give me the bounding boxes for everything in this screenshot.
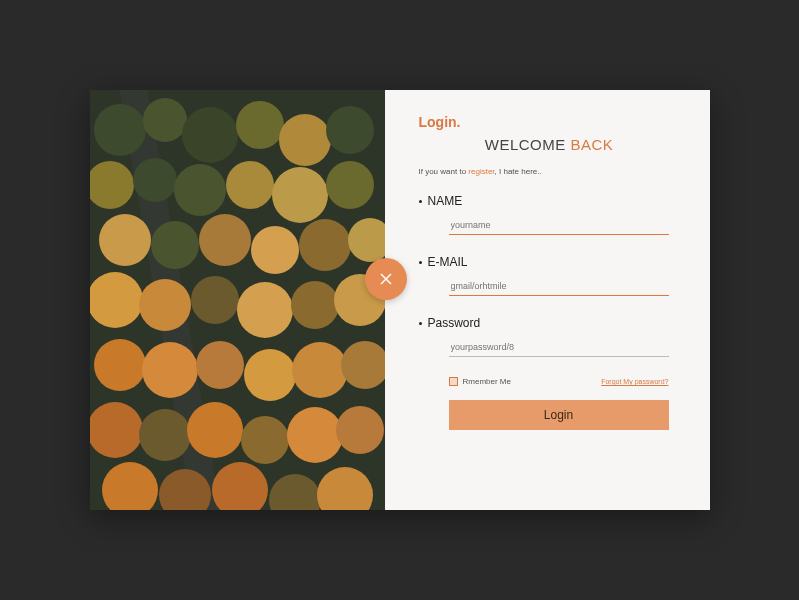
register-hint: If you want to register, I hate here..	[419, 167, 680, 176]
svg-point-36	[336, 406, 384, 454]
svg-point-1	[94, 104, 146, 156]
svg-point-15	[199, 214, 251, 266]
email-input[interactable]	[449, 277, 669, 296]
svg-point-5	[279, 114, 331, 166]
svg-point-35	[287, 407, 343, 463]
svg-point-12	[326, 161, 374, 209]
name-label: NAME	[419, 194, 680, 208]
hero-image	[90, 90, 385, 510]
register-link[interactable]: register	[468, 167, 494, 176]
password-field-group: Password	[419, 316, 680, 357]
svg-point-9	[174, 164, 226, 216]
close-icon	[379, 272, 393, 286]
svg-point-33	[187, 402, 243, 458]
svg-point-13	[99, 214, 151, 266]
hint-post: , I hate here..	[495, 167, 542, 176]
svg-point-6	[326, 106, 374, 154]
svg-point-21	[191, 276, 239, 324]
svg-point-17	[299, 219, 351, 271]
svg-point-3	[182, 107, 238, 163]
remember-me[interactable]: Rmember Me	[449, 377, 511, 386]
email-label: E-MAIL	[419, 255, 680, 269]
forgot-password-link[interactable]: Forgot My password?	[601, 378, 668, 385]
remember-row: Rmember Me Forgot My password?	[449, 377, 669, 386]
svg-point-27	[196, 341, 244, 389]
svg-point-32	[139, 409, 191, 461]
email-field-group: E-MAIL	[419, 255, 680, 296]
svg-point-20	[139, 279, 191, 331]
login-button[interactable]: Login	[449, 400, 669, 430]
svg-point-25	[94, 339, 146, 391]
login-card: Login. WELCOME BACK If you want to regis…	[90, 90, 710, 510]
svg-point-34	[241, 416, 289, 464]
brand-title: Login.	[419, 114, 680, 130]
svg-point-28	[244, 349, 296, 401]
hint-pre: If you want to	[419, 167, 469, 176]
welcome-text-a: WELCOME	[485, 136, 571, 153]
remember-label: Rmember Me	[463, 377, 511, 386]
svg-point-2	[143, 98, 187, 142]
password-input[interactable]	[449, 338, 669, 357]
svg-point-11	[272, 167, 328, 223]
svg-point-8	[133, 158, 177, 202]
svg-point-16	[251, 226, 299, 274]
svg-point-29	[292, 342, 348, 398]
svg-point-23	[291, 281, 339, 329]
close-button[interactable]	[365, 258, 407, 300]
name-field-group: NAME	[419, 194, 680, 235]
svg-point-26	[142, 342, 198, 398]
svg-point-10	[226, 161, 274, 209]
welcome-heading: WELCOME BACK	[419, 136, 680, 153]
welcome-text-b: BACK	[570, 136, 613, 153]
svg-point-22	[237, 282, 293, 338]
svg-point-4	[236, 101, 284, 149]
password-label: Password	[419, 316, 680, 330]
name-input[interactable]	[449, 216, 669, 235]
login-form: Login. WELCOME BACK If you want to regis…	[385, 90, 710, 510]
checkbox-icon	[449, 377, 458, 386]
svg-point-14	[151, 221, 199, 269]
